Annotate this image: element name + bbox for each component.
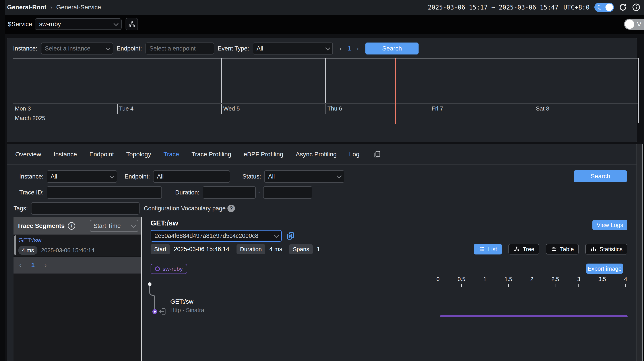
event-pager-next[interactable]: ›	[356, 45, 359, 52]
trace-search-button[interactable]: Search	[574, 170, 627, 182]
segments-info-icon[interactable]: i	[68, 222, 75, 230]
copy-icon	[286, 232, 295, 240]
copy-dashboard-button[interactable]	[373, 150, 381, 158]
trace-filters: Instance: All Endpoint: All Status: All …	[7, 164, 637, 214]
tab-topology[interactable]: Topology	[126, 151, 151, 158]
view-mode-tree-button[interactable]: Tree	[508, 244, 539, 254]
refresh-button[interactable]	[619, 3, 627, 12]
vocabulary-link-row: Configuration Vocabulary page ?	[144, 205, 235, 212]
event-pager-page[interactable]: 1	[348, 45, 351, 52]
segments-pager: ‹ 1 ›	[14, 256, 141, 274]
collapsed-sidebar-strip	[0, 0, 5, 361]
service-select-value: sw-ruby	[39, 20, 61, 28]
view-mode-statistics-button[interactable]: Statistics	[585, 244, 628, 254]
theme-toggle[interactable]: ☾	[594, 3, 614, 12]
span-duration-bar[interactable]	[440, 315, 628, 317]
export-image-button[interactable]: Export image	[586, 264, 623, 274]
trace-id-select[interactable]: 2e50a4f6884d497a81e97d5c4c20e0c8	[150, 230, 282, 242]
service-selector-bar: $Service sw-ruby V	[0, 14, 644, 34]
segments-pager-page[interactable]: 1	[31, 262, 35, 269]
view-mode-switcher: List Tree Table	[474, 244, 628, 254]
timezone-display[interactable]: UTC+8:0	[564, 4, 590, 11]
event-pager: ‹ 1 ›	[340, 45, 359, 52]
trace-endpoint-value: All	[157, 173, 164, 180]
tab-async-profiling[interactable]: Async Profiling	[296, 151, 336, 158]
breadcrumb-root[interactable]: General-Root	[7, 4, 46, 11]
chevron-down-icon	[106, 46, 110, 50]
breadcrumb-current[interactable]: General-Service	[56, 4, 101, 11]
tab-overview[interactable]: Overview	[15, 151, 41, 158]
timeline-day-label: Thu 6	[326, 104, 430, 123]
tab-ebpf-profiling[interactable]: eBPF Profiling	[244, 151, 283, 158]
event-pager-prev[interactable]: ‹	[340, 45, 342, 52]
tab-log[interactable]: Log	[349, 151, 360, 158]
timeline-day-label: Tue 4	[117, 104, 222, 123]
axis-tick-label: 2	[530, 276, 534, 282]
trace-segment-item[interactable]: GET:/sw 4 ms 2025-03-06 15:46:14	[14, 234, 141, 255]
event-instance-placeholder: Select a instance	[45, 45, 90, 52]
service-topology-button[interactable]	[126, 18, 138, 30]
copy-trace-id-button[interactable]	[286, 232, 295, 240]
chevron-down-icon	[336, 174, 342, 178]
trace-segments-panel: Trace Segments i Start Time GET:/sw 4 ms…	[14, 217, 142, 361]
axis-tick-label: 1	[484, 276, 486, 282]
segments-pager-prev[interactable]: ‹	[19, 261, 22, 269]
trace-instance-value: All	[51, 173, 57, 180]
trace-status-select[interactable]: All	[264, 170, 344, 183]
trace-status-label: Status:	[242, 173, 261, 180]
event-instance-label: Instance:	[13, 45, 38, 52]
chevron-down-icon	[325, 46, 330, 50]
segments-sort-select[interactable]: Start Time	[90, 220, 138, 232]
time-range-display[interactable]: 2025-03-06 15:17 ~ 2025-03-06 15:47	[428, 4, 558, 11]
service-variable-label: $Service	[8, 20, 32, 28]
timeline-column	[13, 58, 117, 103]
trace-id-input[interactable]	[47, 186, 162, 199]
tab-trace-profiling[interactable]: Trace Profiling	[192, 151, 231, 158]
vocabulary-link[interactable]: Configuration Vocabulary page	[144, 205, 226, 212]
view-logs-button[interactable]: View Logs	[592, 220, 628, 230]
duration-min-input[interactable]	[203, 186, 256, 199]
segments-pager-next[interactable]: ›	[44, 261, 47, 269]
event-endpoint-input[interactable]: Select a endpoint	[146, 42, 214, 54]
timeline-column	[534, 58, 638, 103]
tab-endpoint[interactable]: Endpoint	[90, 151, 114, 158]
duration-chip: Duration	[236, 244, 265, 254]
copy-icon	[373, 150, 381, 158]
span-entry-icon	[160, 308, 165, 315]
event-type-label: Event Type:	[218, 45, 249, 52]
segments-scrollbar[interactable]	[14, 236, 16, 255]
event-instance-select[interactable]: Select a instance	[41, 42, 113, 54]
timeline-column	[325, 58, 430, 103]
tab-trace[interactable]: Trace	[164, 151, 179, 158]
timeline-day-label: Wed 5	[222, 104, 326, 123]
duration-max-input[interactable]	[263, 186, 312, 199]
trace-status-value: All	[268, 173, 275, 180]
axis-tick-label: 3.5	[598, 276, 606, 282]
help-icon[interactable]: ?	[228, 205, 235, 212]
event-search-button[interactable]: Search	[366, 42, 418, 54]
trace-instance-select[interactable]: All	[47, 170, 117, 183]
version-toggle[interactable]: V	[624, 18, 644, 30]
span-component-label: Http - Sinatra	[170, 307, 204, 314]
trace-endpoint-input[interactable]: All	[153, 170, 230, 183]
chevron-down-icon	[131, 223, 136, 228]
view-mode-table-button[interactable]: Table	[546, 244, 579, 254]
timeline-plot-area	[13, 58, 638, 104]
event-type-select[interactable]: All	[253, 42, 333, 54]
statistics-icon	[590, 246, 597, 252]
events-timeline-chart[interactable]: Mon 3 Tue 4 Wed 5 Thu 6 Fri 7 Sat 8 Marc…	[12, 58, 639, 123]
timeline-day-label: Fri 7	[430, 104, 534, 123]
span-endpoint-name[interactable]: GET:/sw	[170, 298, 193, 305]
segment-start-time: 2025-03-06 15:46:14	[41, 247, 94, 254]
timeline-column	[430, 58, 534, 103]
info-button[interactable]	[632, 3, 640, 12]
tab-instance[interactable]: Instance	[54, 151, 77, 158]
tags-input[interactable]	[31, 202, 140, 214]
list-icon	[479, 246, 486, 252]
timeline-column	[117, 58, 221, 103]
span-time-axis: 0 0.5 1 1.5 2 2.5 3 3.5 4	[438, 278, 626, 287]
segment-endpoint-link[interactable]: GET:/sw	[18, 237, 141, 244]
service-select[interactable]: sw-ruby	[35, 18, 122, 30]
view-mode-list-button[interactable]: List	[474, 244, 502, 254]
start-value: 2025-03-06 15:46:14	[174, 246, 230, 253]
